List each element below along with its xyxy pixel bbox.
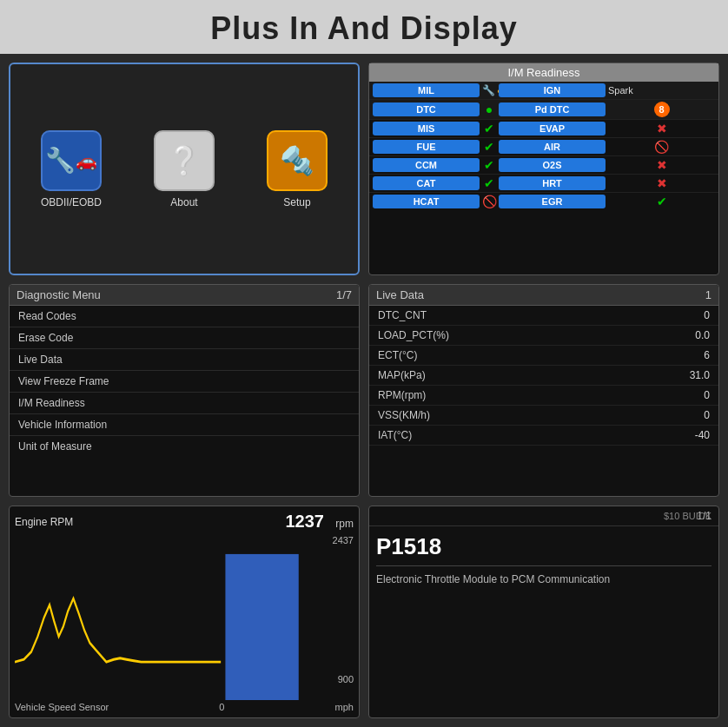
readiness-panel: I/M Readiness MIL 🔧 ● IGN Spark DTC ● Pd…	[368, 63, 719, 275]
rpm-min: 900	[338, 674, 354, 684]
livedata-header: Live Data 1	[369, 285, 718, 306]
hrt-status: ✖	[657, 176, 667, 190]
ld-value: 0.0	[695, 329, 710, 341]
egr-status: ✔	[657, 195, 667, 208]
rpm-axis-unit: mph	[335, 702, 354, 712]
livedata-row: RPM(rpm)0	[369, 386, 718, 406]
ld-value: 31.0	[690, 369, 710, 381]
main-title: Plus In And Display	[0, 0, 728, 54]
rpm-panel: Engine RPM 1237 rpm 2437 900 Vehicle Spe…	[9, 506, 360, 718]
rpm-axis-zero: 0	[219, 702, 224, 712]
livedata-row: MAP(kPa)31.0	[369, 366, 718, 386]
evap-btn[interactable]: EVAP	[499, 122, 606, 135]
ld-value: 0	[704, 309, 710, 321]
setup-menu-item[interactable]: 🔩 Setup	[267, 130, 328, 208]
ld-value: -40	[695, 429, 710, 441]
about-menu-item[interactable]: ❔ About	[154, 130, 215, 208]
livedata-title: Live Data	[376, 288, 424, 301]
diagnostic-panel: Diagnostic Menu 1/7 Read CodesErase Code…	[9, 284, 360, 497]
air-btn[interactable]: AIR	[499, 140, 606, 154]
obdii-menu-item[interactable]: 🔧🚗 OBDII/EOBD	[41, 130, 102, 208]
dtc-btn[interactable]: DTC	[373, 102, 480, 116]
obdii-icon: 🔧🚗	[41, 130, 102, 191]
rpm-bottom-label: Vehicle Speed Sensor	[15, 702, 109, 712]
egr-btn[interactable]: EGR	[499, 195, 606, 208]
rpm-chart-svg	[15, 535, 354, 700]
livedata-row: IAT(°C)-40	[369, 426, 718, 446]
livedata-panel: Live Data 1 DTC_CNT0LOAD_PCT(%)0.0ECT(°C…	[368, 284, 719, 497]
readiness-title: I/M Readiness	[369, 63, 718, 82]
diagnostic-item[interactable]: Unit of Measure	[10, 436, 359, 457]
ld-value: 0	[704, 409, 710, 421]
livedata-page: 1	[705, 288, 711, 301]
pddtc-btn[interactable]: Pd DTC	[499, 102, 606, 116]
diagnostic-title: Diagnostic Menu	[17, 288, 101, 301]
cat-btn[interactable]: CAT	[373, 176, 480, 190]
hcat-status: 🚫	[482, 195, 497, 208]
diagnostic-item[interactable]: Live Data	[10, 349, 359, 371]
livedata-list: DTC_CNT0LOAD_PCT(%)0.0ECT(°C)6MAP(kPa)31…	[369, 306, 718, 446]
rpm-unit: rpm	[335, 518, 354, 530]
ccm-status: ✔	[484, 158, 494, 172]
diagnostic-item[interactable]: View Freeze Frame	[10, 371, 359, 393]
about-label: About	[170, 196, 197, 208]
dtc-description: Electronic Throttle Module to PCM Commun…	[376, 572, 711, 587]
diagnostic-item[interactable]: Read Codes	[10, 306, 359, 327]
diagnostic-page: 1/7	[336, 288, 352, 301]
dtc-panel: 1/1 P1518 $10 BUICK Electronic Throttle …	[368, 506, 719, 718]
diagnostic-header: Diagnostic Menu 1/7	[10, 285, 359, 306]
setup-icon: 🔩	[267, 130, 328, 191]
evap-status: ✖	[657, 122, 667, 135]
diagnostic-item[interactable]: I/M Readiness	[10, 393, 359, 414]
mis-status: ✔	[484, 122, 494, 135]
hrt-btn[interactable]: HRT	[499, 176, 606, 190]
ld-label: DTC_CNT	[378, 309, 427, 321]
mil-btn[interactable]: MIL	[373, 83, 480, 97]
menu-panel: 🔧🚗 OBDII/EOBD ❔ About 🔩 Setup	[9, 63, 360, 275]
ccm-btn[interactable]: CCM	[373, 158, 480, 172]
setup-label: Setup	[283, 196, 310, 208]
livedata-row: DTC_CNT0	[369, 306, 718, 326]
mis-btn[interactable]: MIS	[373, 122, 480, 135]
livedata-row: ECT(°C)6	[369, 346, 718, 366]
spark-label: Spark	[608, 85, 715, 96]
o2s-btn[interactable]: O2S	[499, 158, 606, 172]
ld-value: 0	[704, 389, 710, 401]
rpm-max: 2437	[333, 535, 354, 545]
cat-status: ✔	[484, 176, 494, 190]
diagnostic-item[interactable]: Erase Code	[10, 327, 359, 349]
ld-label: VSS(KM/h)	[378, 409, 430, 421]
ign-btn[interactable]: IGN	[499, 83, 606, 97]
ld-label: LOAD_PCT(%)	[378, 329, 449, 341]
o2s-status: ✖	[657, 158, 667, 172]
livedata-row: LOAD_PCT(%)0.0	[369, 326, 718, 346]
air-status: 🚫	[654, 140, 669, 154]
fue-btn[interactable]: FUE	[373, 140, 480, 154]
hcat-btn[interactable]: HCAT	[373, 195, 480, 208]
rpm-value: 1237	[285, 512, 324, 531]
rpm-title: Engine RPM	[15, 516, 73, 528]
svg-rect-0	[225, 554, 298, 700]
dtc-status-icon: ●	[486, 102, 493, 116]
about-icon: ❔	[154, 130, 215, 191]
ld-label: ECT(°C)	[378, 349, 417, 361]
ld-label: IAT(°C)	[378, 429, 412, 441]
dtc-code: P1518	[376, 533, 441, 559]
livedata-row: VSS(KM/h)0	[369, 406, 718, 426]
dtc-meta: $10 BUICK	[664, 511, 711, 521]
pddtc-badge: 8	[654, 102, 670, 117]
obdii-label: OBDII/EOBD	[41, 196, 102, 208]
diagnostic-item[interactable]: Vehicle Information	[10, 414, 359, 436]
fue-status: ✔	[484, 140, 494, 154]
ld-label: MAP(kPa)	[378, 369, 426, 381]
ld-label: RPM(rpm)	[378, 389, 426, 401]
ld-value: 6	[704, 349, 710, 361]
diagnostic-menu-list: Read CodesErase CodeLive DataView Freeze…	[10, 306, 359, 457]
